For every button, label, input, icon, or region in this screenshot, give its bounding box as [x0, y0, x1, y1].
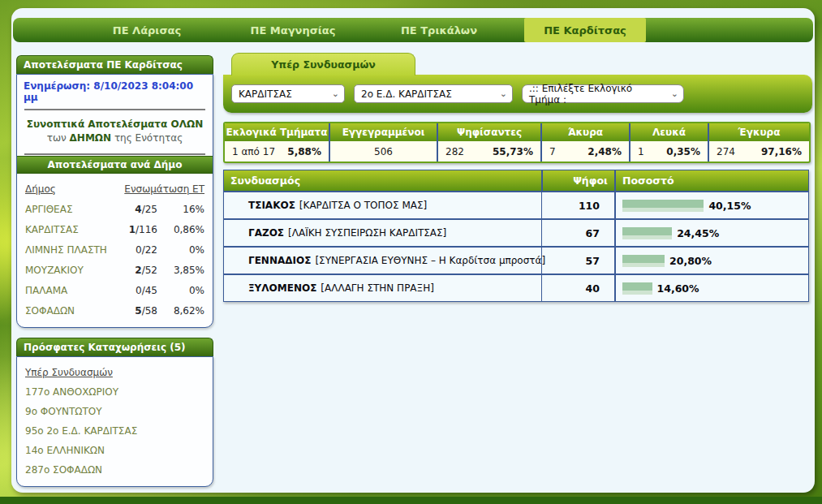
- party-list-name: [ΣΥΝΕΡΓΑΣΙΑ ΕΥΘΥΝΗΣ – Η Καρδίτσα μπροστά…: [315, 255, 545, 266]
- tab-pe-larisas[interactable]: ΠΕ Λάρισας: [86, 18, 208, 42]
- recent-entry-link[interactable]: 9ο ΦΟΥΝΤΩΤΟΥ: [25, 402, 204, 421]
- district-select[interactable]: 2ο Ε.Δ. ΚΑΡΔΙΤΣΑΣ ⌄: [354, 84, 513, 103]
- stat-percent: 55,73%: [493, 146, 533, 157]
- stat-value: 7: [549, 146, 556, 157]
- municipality-link[interactable]: ΑΡΓΙΘΕΑΣ: [25, 204, 107, 215]
- percentage-value: 14,60%: [657, 282, 699, 295]
- table-row: ΚΑΡΔΙΤΣΑΣ 1/116 0,86%: [25, 219, 204, 239]
- stat-registered: Εγγεγραμμένοι 506: [329, 123, 437, 162]
- results-panel: Αποτελέσματα ΠΕ Καρδίτσας Ενημέρωση: 8/1…: [16, 55, 213, 328]
- integration-percent: 8,62%: [157, 305, 204, 317]
- recent-entry-link[interactable]: 14ο ΕΛΛΗΝΙΚΩΝ: [25, 441, 204, 460]
- candidate-name: ΞΥΛΟΜΕΝΟΣ: [248, 282, 316, 294]
- municipality-link[interactable]: ΜΟΥΖΑΚΙΟΥ: [25, 265, 107, 276]
- per-municipality-header: Αποτελέσματα ανά Δήμο: [17, 156, 213, 174]
- recent-category-label: Υπέρ Συνδυασμών: [25, 362, 204, 382]
- chevron-down-icon: ⌄: [500, 90, 507, 98]
- footer-strip: [0, 497, 822, 504]
- candidate-name: ΓΕΝΝΑΔΙΟΣ: [248, 255, 311, 266]
- col-integration: Ενσωμάτωση ΕΤ: [107, 183, 204, 195]
- stat-percent: 0,35%: [666, 146, 700, 157]
- percentage-value: 20,80%: [669, 255, 712, 267]
- percentage-value: 40,15%: [708, 200, 751, 212]
- votes-value: 57: [541, 248, 614, 274]
- stat-value: 1: [638, 146, 644, 157]
- col-votes: Ψήφοι: [541, 170, 614, 191]
- sidebar: Αποτελέσματα ΠΕ Καρδίτσας Ενημέρωση: 8/1…: [16, 55, 213, 504]
- recent-entries-panel: Πρόσφατες Καταχωρήσεις (5) Υπέρ Συνδυασμ…: [16, 338, 213, 487]
- stat-electoral-sections: Εκλογικά Τμήματα 1 από 175,88%: [225, 123, 329, 162]
- section-select[interactable]: .:: Επιλέξτε Εκλογικό Τμήμα : ⌄: [522, 84, 684, 103]
- municipality-table-header: Δήμος Ενσωμάτωση ΕΤ: [25, 179, 204, 199]
- stat-blank: Λευκά 10,35%: [629, 123, 708, 162]
- table-row: ΑΡΓΙΘΕΑΣ 4/25 16%: [25, 199, 204, 219]
- stat-header: Έγκυρα: [709, 123, 809, 141]
- page-container: ΠΕ Λάρισας ΠΕ Μαγνησίας ΠΕ Τρικάλων ΠΕ Κ…: [11, 8, 815, 493]
- table-row: ΓΑΖΟΣ[ΛΑΪΚΗ ΣΥΣΠΕΙΡΩΣΗ ΚΑΡΔΙΤΣΑΣ] 67 24,…: [224, 218, 808, 246]
- recent-entry-link[interactable]: 287ο ΣΟΦΑΔΩΝ: [25, 460, 204, 480]
- tab-yper-syndyasmon[interactable]: Υπέρ Συνδυασμών: [231, 53, 415, 75]
- chevron-down-icon: ⌄: [671, 90, 678, 98]
- table-row: ΣΟΦΑΔΩΝ 5/58 8,62%: [25, 300, 204, 321]
- tab-pe-karditsas[interactable]: ΠΕ Καρδίτσας: [524, 18, 646, 42]
- stat-value: 282: [445, 146, 464, 157]
- votes-value: 110: [541, 192, 614, 218]
- stat-percent: 2,48%: [587, 146, 622, 157]
- integration-fraction: 0/45: [107, 285, 157, 296]
- tab-pe-trikalon[interactable]: ΠΕ Τρικάλων: [378, 18, 500, 42]
- main-content: Υπέρ Συνδυασμών ΚΑΡΔΙΤΣΑΣ ⌄ 2ο Ε.Δ. ΚΑΡΔ…: [223, 53, 812, 302]
- col-percent: Ποσοστό: [614, 170, 808, 191]
- municipality-link[interactable]: ΣΟΦΑΔΩΝ: [25, 305, 107, 317]
- update-timestamp: Ενημέρωση: 8/10/2023 8:04:00 μμ: [17, 75, 213, 108]
- col-municipality: Δήμος: [25, 183, 107, 195]
- stat-header: Εκλογικά Τμήματα: [225, 123, 329, 141]
- integration-percent: 0%: [157, 285, 204, 296]
- summary-all-municipalities-link[interactable]: Συνοπτικά Αποτελέσματα ΟΛΩΝ των ΔΗΜΩΝ τη…: [17, 111, 213, 153]
- recent-entry-link[interactable]: 177ο ΑΝΘΟΧΩΡΙΟΥ: [25, 382, 204, 402]
- votes-value: 67: [541, 220, 614, 246]
- integration-percent: 16%: [157, 204, 204, 215]
- municipality-table: Δήμος Ενσωμάτωση ΕΤ ΑΡΓΙΘΕΑΣ 4/25 16% ΚΑ…: [17, 174, 213, 327]
- region-tabs-bar: ΠΕ Λάρισας ΠΕ Μαγνησίας ΠΕ Τρικάλων ΠΕ Κ…: [13, 18, 813, 42]
- results-panel-title: Αποτελέσματα ΠΕ Καρδίτσας: [16, 55, 213, 74]
- tab-pe-magnisias[interactable]: ΠΕ Μαγνησίας: [232, 18, 354, 42]
- table-row: ΜΟΥΖΑΚΙΟΥ 2/52 3,85%: [25, 260, 204, 280]
- municipality-select[interactable]: ΚΑΡΔΙΤΣΑΣ ⌄: [231, 84, 345, 103]
- stat-header: Λευκά: [630, 123, 708, 141]
- results-table: Συνδυασμός Ψήφοι Ποσοστό ΤΣΙΑΚΟΣ[ΚΑΡΔΙΤΣ…: [223, 170, 809, 302]
- stat-value: 506: [374, 146, 393, 157]
- municipality-link[interactable]: ΚΑΡΔΙΤΣΑΣ: [25, 224, 107, 235]
- municipality-link[interactable]: ΛΙΜΝΗΣ ΠΛΑΣΤΗ: [25, 244, 107, 256]
- party-list-name: [ΛΑΪΚΗ ΣΥΣΠΕΙΡΩΣΗ ΚΑΡΔΙΤΣΑΣ]: [288, 227, 446, 239]
- stat-header: Ψηφίσαντες: [438, 123, 540, 141]
- table-row: ΠΑΛΑΜΑ 0/45 0%: [25, 280, 204, 300]
- votes-value: 40: [541, 275, 614, 301]
- stat-value: 274: [717, 146, 735, 157]
- table-row: ΞΥΛΟΜΕΝΟΣ[ΑΛΛΑΓΗ ΣΤΗΝ ΠΡΑΞΗ] 40 14,60%: [224, 274, 808, 301]
- municipality-link[interactable]: ΠΑΛΑΜΑ: [25, 285, 107, 296]
- integration-percent: 3,85%: [157, 265, 204, 276]
- stat-header: Άκυρα: [542, 123, 629, 141]
- table-row: ΓΕΝΝΑΔΙΟΣ[ΣΥΝΕΡΓΑΣΙΑ ΕΥΘΥΝΗΣ – Η Καρδίτσ…: [224, 246, 808, 274]
- col-combination: Συνδυασμός: [224, 170, 541, 191]
- recent-entries-title: Πρόσφατες Καταχωρήσεις (5): [16, 338, 213, 356]
- municipality-select-value: ΚΑΡΔΙΤΣΑΣ: [239, 88, 292, 100]
- percentage-bar: [622, 227, 672, 239]
- stat-percent: 97,16%: [761, 146, 802, 157]
- section-select-placeholder: .:: Επιλέξτε Εκλογικό Τμήμα :: [529, 83, 666, 106]
- divider: [24, 109, 205, 110]
- summary-text2: της Ενότητας: [111, 132, 183, 144]
- integration-fraction: 1/116: [107, 224, 157, 235]
- filter-bar: ΚΑΡΔΙΤΣΑΣ ⌄ 2ο Ε.Δ. ΚΑΡΔΙΤΣΑΣ ⌄ .:: Επιλ…: [223, 75, 812, 113]
- integration-fraction: 0/22: [107, 244, 157, 256]
- percentage-bar: [622, 282, 652, 295]
- summary-bold-text: Συνοπτικά Αποτελέσματα ΟΛΩΝ: [27, 118, 203, 130]
- candidate-name: ΤΣΙΑΚΟΣ: [248, 200, 295, 211]
- recent-entry-link[interactable]: 95ο 2ο Ε.Δ. ΚΑΡΔΙΤΣΑΣ: [25, 421, 204, 441]
- integration-percent: 0,86%: [157, 224, 204, 235]
- table-row: ΤΣΙΑΚΟΣ[ΚΑΡΔΙΤΣΑ Ο ΤΟΠΟΣ ΜΑΣ] 110 40,15%: [224, 191, 808, 218]
- summary-text: των: [47, 132, 70, 144]
- candidate-name: ΓΑΖΟΣ: [248, 227, 284, 239]
- percentage-bar: [622, 255, 665, 267]
- summary-bold-text2: ΔΗΜΩΝ: [70, 132, 112, 144]
